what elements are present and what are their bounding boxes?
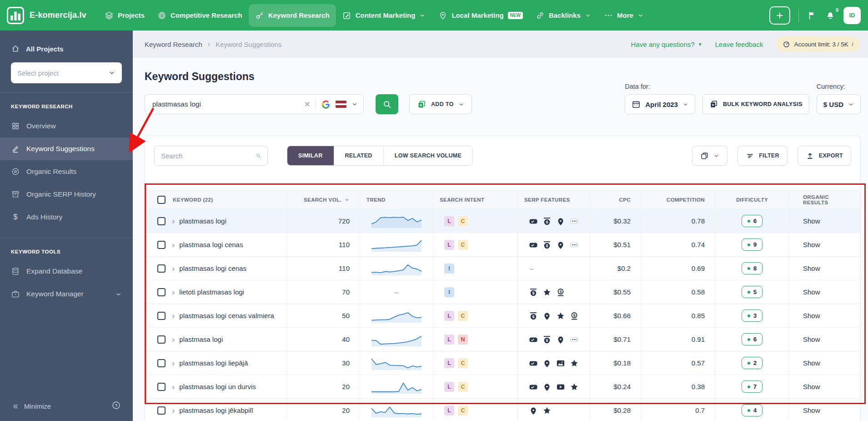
create-new-button[interactable] [769,6,790,25]
currency-dropdown[interactable]: $ USD [817,94,861,114]
row-checkbox[interactable] [157,288,166,296]
tab-related[interactable]: RELATED [334,146,383,165]
expand-row-icon[interactable]: › [172,335,175,344]
tab-low-search-volume[interactable]: LOW SEARCH VOLUME [383,146,472,165]
notifications-button[interactable]: 0 [825,10,835,20]
add-to-button[interactable]: ADD TO [409,94,472,114]
keyword-text[interactable]: plastmasa logi [179,335,223,344]
table-row: ›plastmasas logi liepājā30LC$0.180.572Sh… [145,351,860,375]
search-intent-cell: LC [433,233,518,256]
keyword-search-input[interactable] [152,100,299,108]
minimize-sidebar-button[interactable]: Minimize [12,402,51,410]
tab-similar[interactable]: SIMILAR [287,146,334,165]
difficulty-badge: 9 [742,238,763,251]
keyword-text[interactable]: plastmasas logi un durvis [179,383,256,391]
nav-item-local-marketing[interactable]: Local MarketingNEW [432,4,529,27]
search-icon [382,100,392,109]
organic-results-show-link[interactable]: Show [803,312,820,320]
row-checkbox[interactable] [157,335,166,344]
brand-logo-icon [6,6,25,25]
table-row: ›plastmasas logi jēkabpilī20LC$0.280.74S… [145,399,860,421]
link-icon [536,11,545,20]
sidebar-item-overview[interactable]: Overview [0,115,133,137]
manage-columns-button[interactable] [692,146,728,166]
sidebar-footer: Minimize [0,394,133,421]
row-checkbox[interactable] [157,406,166,415]
search-button[interactable] [376,94,398,114]
sidebar-item-expand-database[interactable]: Expand Database [0,260,133,283]
row-checkbox[interactable] [157,359,166,367]
sidebar-item-organic-results[interactable]: Organic Results [0,160,133,183]
help-button[interactable] [111,401,121,412]
expand-row-icon[interactable]: › [172,382,175,391]
bulk-keyword-analysis-button[interactable]: BULK KEYWORD ANALYSIS [702,94,809,114]
topnav-right: 0 ID [769,6,861,25]
organic-results-show-link[interactable]: Show [803,383,820,391]
intent-badge-C: C [458,382,468,392]
expand-row-icon[interactable]: › [172,288,175,296]
organic-results-show-link[interactable]: Show [803,359,820,367]
expand-row-icon[interactable]: › [172,359,175,367]
nav-item-keyword-research[interactable]: Keyword Research [249,4,336,27]
breadcrumb-keyword-research[interactable]: Keyword Research [145,41,202,48]
db-icon [11,267,20,276]
date-dropdown[interactable]: April 2023 [625,94,695,114]
keyword-text[interactable]: plastmasas logi [179,217,226,225]
info-icon[interactable]: i [852,42,853,47]
keyword-text[interactable]: plastmasas logi jēkabpilī [179,406,253,415]
brand[interactable]: E-komercija.lv [6,6,86,25]
column-header-search-vol-[interactable]: SEARCH VOL. [287,191,360,209]
select-project-dropdown[interactable]: Select project [11,62,122,83]
expand-row-icon[interactable]: › [172,311,175,320]
competition-cell: 0.85 [641,304,715,327]
difficulty-badge: 6 [742,215,763,227]
sidebar-item-keyword-manager[interactable]: Keyword Manager [0,283,133,305]
nav-item-competitive-research[interactable]: Competitive Research [151,4,249,27]
organic-results-show-link[interactable]: Show [803,288,820,296]
sidebar-item-ads-history[interactable]: $Ads History [0,206,133,228]
expand-row-icon[interactable]: › [172,217,175,225]
keyword-text[interactable]: plastmasas logi liepājā [179,359,248,367]
row-checkbox[interactable] [157,312,166,320]
export-button[interactable]: EXPORT [798,146,851,166]
trend-sparkline [370,402,423,419]
whats-new-button[interactable] [807,10,817,20]
keyword-text[interactable]: lietoti plastmasas logi [179,288,244,296]
nav-item-backlinks[interactable]: Backlinks [529,4,597,27]
google-search-engine-icon[interactable] [321,100,331,109]
difficulty-cell: 4 [715,399,789,421]
clear-input-icon[interactable]: ✕ [304,101,311,108]
row-checkbox[interactable] [157,241,166,249]
select-all-checkbox[interactable] [157,196,166,204]
filter-button[interactable]: FILTER [738,146,788,166]
organic-results-show-link[interactable]: Show [803,241,820,249]
sidebar-item-organic-serp-history[interactable]: Organic SERP History [0,183,133,206]
sidebar-item-all-projects[interactable]: All Projects [0,40,133,58]
keyword-text[interactable]: plastmasas logi cenas valmiera [179,312,274,320]
row-checkbox[interactable] [157,383,166,391]
nav-item-more[interactable]: More [597,4,650,27]
avatar[interactable]: ID [843,7,861,24]
table-search-input[interactable] [161,152,251,160]
have-questions-dropdown[interactable]: Have any questions?▼ [631,41,702,48]
difficulty-dot-icon [748,385,750,388]
leave-feedback-link[interactable]: Leave feedback [715,41,763,48]
keyword-cell: ›plastmasas logi liepājā [145,351,287,375]
row-checkbox[interactable] [157,264,166,273]
nav-item-projects[interactable]: Projects [98,4,151,27]
row-checkbox[interactable] [157,217,166,225]
organic-results-show-link[interactable]: Show [803,264,820,272]
chevron-down-icon[interactable] [351,101,358,107]
expand-row-icon[interactable]: › [172,264,175,273]
trend-sparkline [370,260,423,277]
organic-results-show-link[interactable]: Show [803,335,820,343]
organic-results-show-link[interactable]: Show [803,217,820,225]
keyword-text[interactable]: plastmasa logi cenas [179,241,243,249]
organic-results-show-link[interactable]: Show [803,406,820,414]
keyword-text[interactable]: plastmasas logi cenas [179,264,246,273]
latvia-flag-icon[interactable] [336,101,346,108]
sidebar-item-keyword-suggestions[interactable]: Keyword Suggestions [0,137,133,160]
nav-item-content-marketing[interactable]: Content Marketing [336,4,432,27]
expand-row-icon[interactable]: › [172,406,175,415]
expand-row-icon[interactable]: › [172,240,175,249]
